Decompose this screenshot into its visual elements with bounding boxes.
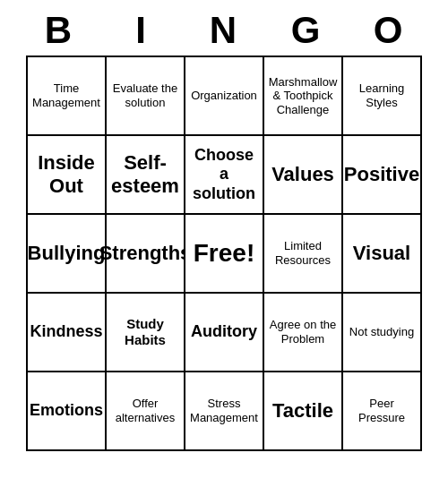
cell-r0-c0: Time Management xyxy=(28,57,107,136)
letter-g: G xyxy=(267,9,346,52)
cell-r3-c2: Auditory xyxy=(185,294,264,372)
cell-r4-c2: Stress Management xyxy=(185,372,264,451)
cell-r4-c0: Emotions xyxy=(28,372,107,451)
cell-r2-c3: Limited Resources xyxy=(264,215,343,294)
letter-o: O xyxy=(349,9,428,52)
bingo-grid: Time ManagementEvaluate the solutionOrga… xyxy=(26,56,422,451)
cell-r2-c1: Strengths xyxy=(107,215,185,294)
cell-r0-c2: Organization xyxy=(185,57,264,136)
cell-r0-c3: Marshmallow & Toothpick Challenge xyxy=(264,57,343,136)
cell-r2-c0: Bullying xyxy=(28,215,107,294)
bingo-title: B I N G O xyxy=(18,9,430,52)
cell-r3-c1: Study Habits xyxy=(107,294,185,372)
cell-r4-c4: Peer Pressure xyxy=(343,372,422,451)
cell-r2-c2: Free! xyxy=(185,215,264,294)
cell-r3-c3: Agree on the Problem xyxy=(264,294,343,372)
letter-b: B xyxy=(20,9,99,52)
cell-r1-c2: Choose a solution xyxy=(185,136,264,215)
cell-r4-c1: Offer alternatives xyxy=(107,372,185,451)
letter-n: N xyxy=(185,9,263,52)
letter-i: I xyxy=(102,9,181,52)
cell-r1-c3: Values xyxy=(264,136,343,215)
cell-r2-c4: Visual xyxy=(343,215,422,294)
cell-r1-c1: Self-esteem xyxy=(107,136,185,215)
cell-r1-c0: Inside Out xyxy=(28,136,107,215)
cell-r0-c1: Evaluate the solution xyxy=(107,57,185,136)
cell-r0-c4: Learning Styles xyxy=(343,57,422,136)
cell-r3-c4: Not studying xyxy=(343,294,422,372)
cell-r3-c0: Kindness xyxy=(28,294,107,372)
cell-r4-c3: Tactile xyxy=(264,372,343,451)
cell-r1-c4: Positive xyxy=(343,136,422,215)
